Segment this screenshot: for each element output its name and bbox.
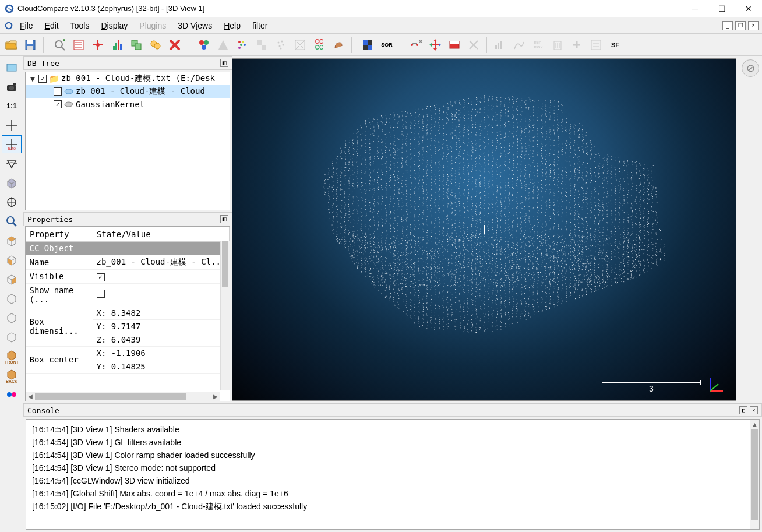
segment-button[interactable] [407, 36, 425, 54]
sf-hist-icon[interactable] [491, 36, 509, 54]
sf-minmax-icon[interactable]: minmax [530, 36, 547, 54]
sor-button[interactable]: SOR [378, 36, 396, 54]
view-camera-button[interactable] [2, 77, 22, 96]
svg-rect-1431 [407, 171, 408, 171]
menu-tools[interactable]: Tools [65, 20, 96, 31]
properties-vscrollbar[interactable] [220, 241, 230, 390]
view-pickrotation-button[interactable] [2, 116, 22, 134]
normals-button[interactable] [214, 36, 232, 54]
console-vscrollbar[interactable]: ▴▾ [750, 420, 759, 529]
svg-rect-6813 [639, 237, 640, 238]
merge-button[interactable] [147, 36, 164, 54]
menu-3dviews[interactable]: 3D Views [172, 20, 218, 31]
gl-filter-button[interactable]: ⊘ [742, 59, 759, 77]
view-front-button[interactable] [2, 251, 22, 269]
dbtree-panel[interactable]: ▼ ✓ 📁 zb_001 - Cloud-建模.txt (E:/Desk zb_… [25, 72, 230, 210]
menu-file[interactable]: FFileile [14, 20, 39, 31]
svg-rect-7735 [453, 239, 454, 239]
sf-add-icon[interactable] [568, 36, 585, 54]
svg-rect-7300 [602, 265, 603, 265]
svg-rect-2542 [447, 311, 447, 311]
mdi-restore-button[interactable]: ❐ [735, 21, 746, 30]
cc-button[interactable]: CCCC [311, 36, 328, 54]
ss-button[interactable] [272, 36, 290, 54]
view-autorotation-button[interactable]: auto [2, 135, 22, 153]
view-iso-front-button[interactable]: FRONT [2, 347, 22, 365]
menu-filter[interactable]: filter [246, 20, 273, 31]
crosssection-button[interactable] [446, 36, 463, 54]
svg-rect-4684 [529, 124, 530, 124]
tree-expander-icon[interactable]: ▼ [29, 74, 36, 83]
tree-row-root[interactable]: ▼ ✓ 📁 zb_001 - Cloud-建模.txt (E:/Desk [26, 72, 230, 85]
dbtree-undock-button[interactable]: ◧ [220, 59, 228, 67]
point-list-button[interactable] [70, 36, 87, 54]
mdi-close-button[interactable]: × [748, 21, 759, 30]
colors-button[interactable] [195, 36, 213, 54]
svg-rect-5616 [566, 266, 567, 266]
menu-help[interactable]: Help [218, 20, 246, 31]
pick-button[interactable] [51, 36, 68, 54]
view-1to1-button[interactable]: 1:1 [2, 97, 22, 115]
sf-arith-icon[interactable] [587, 36, 605, 54]
view-iso1-button[interactable] [2, 174, 22, 192]
view-flickr-button[interactable] [2, 385, 22, 403]
properties-table[interactable]: Property State/Value CC Object Name zb_0… [25, 226, 230, 401]
svg-rect-3199 [471, 282, 472, 283]
tree-checkbox[interactable]: ✓ [54, 100, 62, 108]
view-level-button[interactable] [2, 154, 22, 172]
grid-button[interactable] [359, 36, 376, 54]
svg-rect-5180 [549, 127, 549, 128]
clone-button[interactable] [128, 36, 145, 54]
sf-stats-icon[interactable] [510, 36, 528, 54]
svg-rect-2538 [446, 306, 447, 306]
svg-rect-6254 [598, 279, 599, 280]
svg-rect-4970 [541, 115, 542, 116]
console-body[interactable]: [16:14:54] [3D View 1] Shaders available… [26, 419, 760, 530]
menu-plugins[interactable]: Plugins [133, 20, 172, 31]
tree-checkbox[interactable]: ✓ [38, 75, 47, 83]
sf-colors-button[interactable] [234, 36, 251, 54]
3d-viewport[interactable]: 3 [232, 58, 736, 401]
subsample-button[interactable] [465, 36, 482, 54]
menu-edit[interactable]: Edit [39, 20, 65, 31]
window-minimize-button[interactable]: ─ [682, 0, 708, 17]
view-bottom-button[interactable] [2, 327, 22, 346]
svg-rect-6153 [595, 198, 595, 198]
translate-button[interactable] [426, 36, 444, 54]
window-close-button[interactable]: ✕ [735, 0, 762, 17]
open-file-button[interactable] [2, 36, 20, 54]
delete-button[interactable] [166, 36, 184, 54]
console-close-button[interactable]: × [750, 406, 758, 414]
fit-button[interactable] [291, 36, 309, 54]
view-iso-back-button[interactable]: BACK [2, 366, 22, 384]
view-left-button[interactable] [2, 270, 22, 288]
svg-rect-4113 [505, 293, 506, 293]
tree-row-gaussian[interactable]: ✓ GaussianKernel [26, 98, 230, 111]
mdi-minimize-button[interactable]: _ [722, 21, 733, 30]
view-top-button[interactable] [2, 231, 22, 249]
view-zoom-button[interactable] [2, 212, 22, 230]
view-fullscreen-button[interactable] [2, 58, 22, 76]
menu-display[interactable]: Display [95, 20, 133, 31]
properties-undock-button[interactable]: ◧ [220, 215, 228, 223]
histogram-button[interactable] [108, 36, 126, 54]
view-right-button[interactable] [2, 308, 22, 326]
prop-name-value[interactable]: zb_001 - Cloud-建模 - Cl... [93, 255, 230, 270]
sf-delete-icon[interactable] [549, 36, 566, 54]
prop-visible-checkbox[interactable]: ✓ [97, 273, 105, 281]
cm-button[interactable] [330, 36, 347, 54]
window-maximize-button[interactable]: ☐ [708, 0, 735, 17]
view-back-button[interactable] [2, 289, 22, 307]
svg-rect-3826 [496, 148, 497, 149]
sf-gradient-icon[interactable]: SF [606, 36, 624, 54]
save-button[interactable] [22, 36, 39, 54]
view-move-button[interactable] [2, 193, 22, 211]
tree-checkbox[interactable] [54, 87, 62, 96]
properties-hscrollbar[interactable]: ◄► [26, 392, 220, 401]
console-undock-button[interactable]: ◧ [739, 406, 747, 414]
prop-showname-checkbox[interactable] [97, 290, 105, 298]
primitive-button[interactable] [89, 36, 107, 54]
svg-rect-5550 [562, 301, 563, 301]
tree-row-cloud[interactable]: zb_001 - Cloud-建模 - Cloud [26, 85, 230, 98]
materials-button[interactable] [253, 36, 270, 54]
